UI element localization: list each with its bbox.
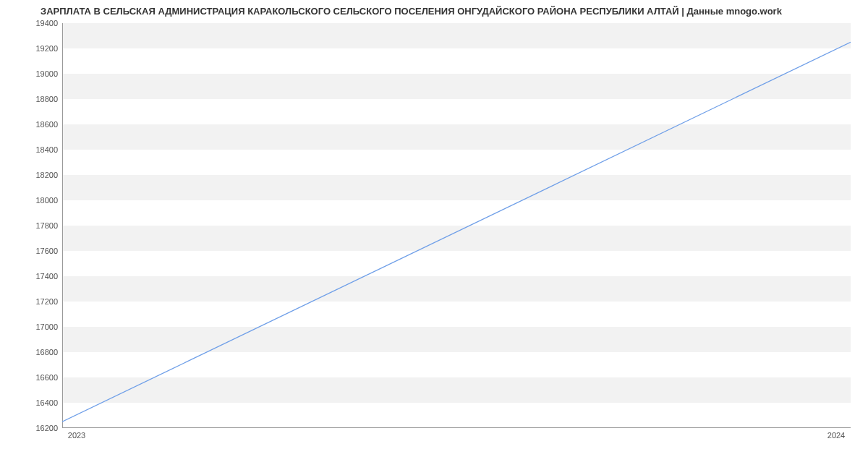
y-tick-label: 18400 (7, 145, 58, 154)
y-tick-label: 16200 (7, 424, 58, 432)
y-tick-label: 17800 (7, 221, 58, 230)
y-tick-label: 16800 (7, 348, 58, 356)
y-tick-label: 18200 (7, 171, 58, 179)
grid-band (63, 175, 851, 200)
grid-band (63, 276, 851, 302)
y-tick-label: 17400 (7, 272, 58, 281)
y-tick-label: 19200 (7, 44, 58, 53)
grid-band (63, 74, 851, 99)
chart-container: ЗАРПЛАТА В СЕЛЬСКАЯ АДМИНИСТРАЦИЯ КАРАКО… (0, 0, 868, 470)
y-tick-label: 17000 (7, 322, 58, 331)
x-tick-label: 2023 (68, 431, 85, 440)
grid-band (63, 124, 851, 150)
grid-band (63, 226, 851, 251)
y-tick-label: 18800 (7, 95, 58, 103)
y-tick-label: 19000 (7, 69, 58, 78)
x-tick-label: 2024 (827, 431, 845, 440)
chart-title: ЗАРПЛАТА В СЕЛЬСКАЯ АДМИНИСТРАЦИЯ КАРАКО… (41, 6, 782, 17)
plot-area (62, 23, 851, 428)
y-tick-label: 16600 (7, 373, 58, 382)
y-tick-label: 16400 (7, 398, 58, 407)
y-tick-label: 19400 (7, 19, 58, 27)
y-tick-label: 17600 (7, 247, 58, 255)
grid-band (63, 377, 851, 403)
y-tick-label: 17200 (7, 297, 58, 306)
y-tick-label: 18000 (7, 196, 58, 205)
grid-band (63, 327, 851, 352)
y-tick-label: 18600 (7, 120, 58, 129)
grid-band (63, 23, 851, 48)
